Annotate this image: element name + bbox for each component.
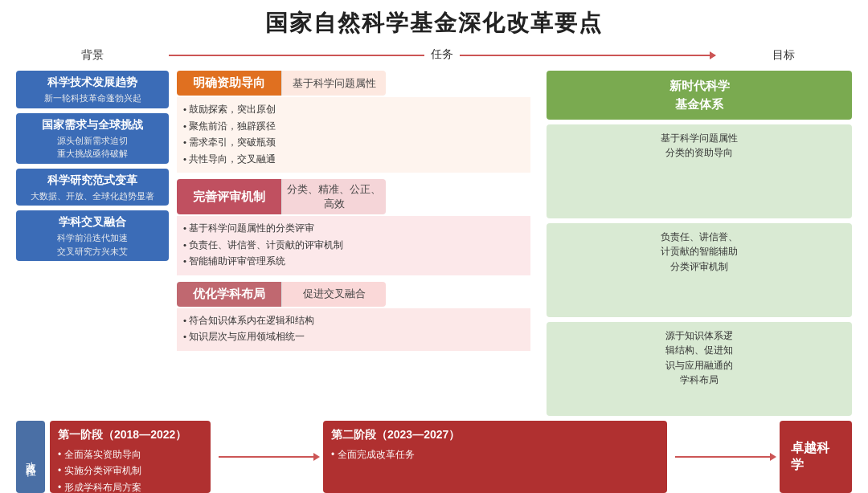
page: 国家自然科学基金深化改革要点 背景 任务 目标 科学技术发展趋势 新一轮科技革命…	[0, 0, 868, 493]
phase2-box: 第二阶段（2023—2027） • 全面完成改革任务	[323, 421, 667, 493]
right-item-1: 负责任、讲信誉、 计贡献的智能辅助 分类评审机制	[547, 223, 852, 317]
task-arrow-area: 任务	[169, 47, 715, 62]
left-box-title-2: 科学研究范式变革	[19, 173, 166, 188]
bottom-section: 改革路径 第一阶段（2018—2022） • 全面落实资助导向 • 实施分类评审…	[16, 421, 852, 493]
left-box-sub-3: 科学前沿迭代加速 交叉研究方兴未艾	[19, 231, 166, 258]
main-title: 国家自然科学基金深化改革要点	[16, 8, 852, 39]
phase1-title: 第一阶段（2018—2022）	[58, 426, 203, 445]
left-box-1: 国家需求与全球挑战 源头创新需求迫切 重大挑战亟待破解	[16, 113, 169, 164]
phase1-bullet-2: • 形成学科布局方案	[58, 479, 203, 493]
left-box-0: 科学技术发展趋势 新一轮科技革命蓬勃兴起	[16, 71, 169, 108]
left-column: 科学技术发展趋势 新一轮科技革命蓬勃兴起 国家需求与全球挑战 源头创新需求迫切 …	[16, 71, 169, 416]
left-box-sub-1: 源头创新需求迫切 重大挑战亟待破解	[19, 134, 166, 161]
mid-header-1: 完善评审机制	[177, 179, 281, 214]
right-column: 新时代科学 基金体系 基于科学问题属性 分类的资助导向 负责任、讲信誉、 计贡献…	[538, 71, 852, 416]
task-label: 任务	[424, 47, 460, 62]
phase-arrow2	[667, 421, 780, 493]
mid-bullet-0-1: • 聚焦前沿，独辟蹊径	[183, 119, 524, 135]
mid-bullet-2-1: • 知识层次与应用领域相统一	[183, 329, 524, 345]
phase2-bullet-0: • 全面完成改革任务	[331, 446, 659, 462]
phase1-bullet-1: • 实施分类评审机制	[58, 462, 203, 479]
phase2-title: 第二阶段（2023—2027）	[331, 426, 659, 445]
target-label: 目标	[772, 48, 795, 61]
mid-section-2: 优化学科布局 促进交叉融合 • 符合知识体系内在逻辑和结构 • 知识层次与应用领…	[177, 282, 530, 351]
mid-label-0: 基于科学问题属性	[281, 71, 386, 96]
header-row: 背景 任务 目标	[16, 45, 852, 64]
left-box-title-1: 国家需求与全球挑战	[19, 118, 166, 132]
phase-arrow2-line	[675, 456, 772, 458]
phase-arrow-line	[219, 456, 315, 458]
mid-bullet-1-1: • 负责任、讲信誉、计贡献的评审机制	[183, 238, 524, 254]
left-box-3: 学科交叉融合 科学前沿迭代加速 交叉研究方兴未艾	[16, 210, 169, 261]
content-area: 科学技术发展趋势 新一轮科技革命蓬勃兴起 国家需求与全球挑战 源头创新需求迫切 …	[16, 71, 852, 416]
bg-label: 背景	[81, 48, 104, 61]
mid-content-2: • 符合知识体系内在逻辑和结构 • 知识层次与应用领域相统一	[177, 308, 530, 351]
mid-bullet-1-0: • 基于科学问题属性的分类评审	[183, 221, 524, 237]
left-box-title-3: 学科交叉融合	[19, 215, 166, 230]
mid-label-2: 促进交叉融合	[281, 282, 386, 307]
mid-header-0: 明确资助导向	[177, 71, 281, 96]
right-item-2: 源于知识体系逻 辑结构、促进知 识与应用融通的 学科布局	[547, 322, 852, 416]
reform-label: 改革路径	[16, 421, 45, 493]
mid-section-1: 完善评审机制 分类、精准、公正、高效 • 基于科学问题属性的分类评审 • 负责任…	[177, 179, 530, 275]
middle-column: 明确资助导向 基于科学问题属性 • 鼓励探索，突出原创 • 聚焦前沿，独辟蹊径 …	[169, 71, 538, 416]
right-title: 新时代科学 基金体系	[547, 71, 852, 120]
mid-section-0: 明确资助导向 基于科学问题属性 • 鼓励探索，突出原创 • 聚焦前沿，独辟蹊径 …	[177, 71, 530, 173]
mid-bullet-2-0: • 符合知识体系内在逻辑和结构	[183, 313, 524, 329]
mid-label-1: 分类、精准、公正、高效	[281, 179, 386, 214]
mid-bullet-0-0: • 鼓励探索，突出原创	[183, 102, 524, 118]
phase-arrow	[211, 421, 323, 493]
mid-bullet-0-3: • 共性导向，交叉融通	[183, 152, 524, 168]
phase1-box: 第一阶段（2018—2022） • 全面落实资助导向 • 实施分类评审机制 • …	[50, 421, 211, 493]
left-box-2: 科学研究范式变革 大数据、开放、全球化趋势显著	[16, 169, 169, 206]
left-box-title-0: 科学技术发展趋势	[19, 75, 166, 90]
mid-content-0: • 鼓励探索，突出原创 • 聚焦前沿，独辟蹊径 • 需求牵引，突破瓶颈 • 共性…	[177, 97, 530, 173]
mid-content-1: • 基于科学问题属性的分类评审 • 负责任、讲信誉、计贡献的评审机制 • 智能辅…	[177, 216, 530, 275]
mid-bullet-0-2: • 需求牵引，突破瓶颈	[183, 135, 524, 151]
left-box-sub-2: 大数据、开放、全球化趋势显著	[19, 189, 166, 203]
right-item-0: 基于科学问题属性 分类的资助导向	[547, 124, 852, 218]
final-box: 卓越科学	[780, 421, 852, 493]
mid-bullet-1-2: • 智能辅助评审管理系统	[183, 254, 524, 270]
mid-header-2: 优化学科布局	[177, 282, 281, 307]
left-box-sub-0: 新一轮科技革命蓬勃兴起	[19, 92, 166, 105]
phase1-bullet-0: • 全面落实资助导向	[58, 446, 203, 462]
